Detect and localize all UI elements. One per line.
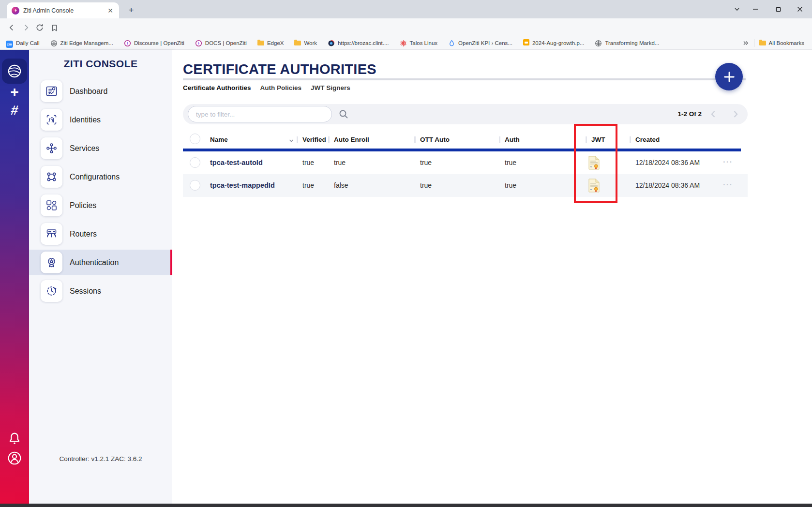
- bookmark-discourse-openziti[interactable]: Discourse | OpenZiti: [124, 40, 184, 47]
- tab-auth-policies[interactable]: Auth Policies: [260, 84, 302, 91]
- tab-close-icon[interactable]: ✕: [106, 6, 114, 15]
- version-footer: Controller: v1.2.1 ZAC: 3.6.2: [29, 455, 172, 462]
- created-value: 12/18/2024 08:36 AM: [635, 181, 700, 189]
- search-icon[interactable]: [338, 108, 349, 120]
- sidebar-item-policies[interactable]: Policies: [29, 193, 172, 218]
- filter-toolbar: 1-2 Of 2: [183, 104, 748, 124]
- back-button[interactable]: [5, 21, 18, 34]
- column-header-name[interactable]: Name: [210, 136, 228, 143]
- identities-icon: [41, 109, 62, 131]
- table-row-tpca-test-autoid[interactable]: tpca-test-autoIdtruetruetruetrue12/18/20…: [183, 151, 748, 174]
- user-account-icon[interactable]: [7, 450, 22, 468]
- sidebar-item-routers[interactable]: Routers: [29, 221, 172, 247]
- column-header-verified[interactable]: Verified: [302, 136, 326, 143]
- pagination-next-icon[interactable]: [730, 108, 741, 120]
- sidebar-item-configurations[interactable]: Configurations: [29, 164, 172, 190]
- table-row-tpca-test-mappedid[interactable]: tpca-test-mappedIdtruefalsetruetrue12/18…: [183, 174, 748, 197]
- window-minimize-button[interactable]: [748, 2, 763, 16]
- authentication-icon: [41, 252, 62, 273]
- column-header-auto-enroll[interactable]: Auto Enroll: [334, 136, 369, 143]
- bookmarks-overflow-chevron-icon[interactable]: [742, 40, 749, 46]
- window-bottom-edge: [0, 504, 812, 507]
- pagination-prev-icon[interactable]: [707, 108, 719, 120]
- rail-add-icon[interactable]: +: [0, 84, 29, 100]
- bookmark-page-icon[interactable]: [47, 21, 61, 34]
- folder-icon: [759, 41, 766, 45]
- globe-icon: [595, 40, 602, 47]
- sidebar-item-authentication[interactable]: Authentication: [29, 250, 172, 275]
- bookmarks-separator: [754, 39, 754, 47]
- tab-certificate-authorities[interactable]: Certificate Authorities: [183, 84, 251, 91]
- jwt-column-highlight: [574, 124, 617, 203]
- new-tab-button[interactable]: +: [125, 4, 137, 16]
- browser-tab-strip: Ziti Admin Console ✕ +: [0, 0, 812, 18]
- talos-icon: [400, 40, 407, 47]
- browser-tab[interactable]: Ziti Admin Console ✕: [7, 2, 119, 18]
- window-close-button[interactable]: [793, 2, 807, 16]
- sidebar-item-services[interactable]: Services: [29, 135, 172, 161]
- app-content: + # ZITI CONSOLE DashboardIdentitiesServ…: [0, 50, 812, 507]
- ca-name[interactable]: tpca-test-autoId: [210, 159, 263, 166]
- column-header-ott-auto[interactable]: OTT Auto: [420, 136, 450, 143]
- row-checkbox[interactable]: [190, 157, 200, 168]
- dashboard-icon: [41, 80, 62, 102]
- reload-button[interactable]: [33, 21, 46, 34]
- bookmark-openziti-kpi-cens[interactable]: OpenZiti KPI › Cens...: [448, 40, 512, 47]
- openziti-icon: [195, 40, 202, 47]
- bookmark-talos-linux[interactable]: Talos Linux: [400, 40, 438, 47]
- auto-enroll-value: true: [334, 159, 346, 166]
- slides-icon: [523, 39, 529, 47]
- bookmark-daily-call[interactable]: zmDaily Call: [6, 39, 40, 48]
- add-certificate-authority-button[interactable]: [715, 63, 743, 90]
- bookmark-2024-aug-growth-p[interactable]: 2024-Aug-growth.p...: [523, 39, 584, 47]
- sidebar: ZITI CONSOLE DashboardIdentitiesServices…: [29, 50, 172, 507]
- main-panel: CERTIFICATE AUTHORITIES Certificate Auth…: [172, 50, 812, 507]
- auto-enroll-value: false: [334, 181, 348, 189]
- configurations-icon: [41, 166, 62, 188]
- bookmark-ziti-edge-managem[interactable]: Ziti Edge Managem...: [50, 40, 113, 47]
- sidebar-item-dashboard[interactable]: Dashboard: [29, 78, 172, 104]
- row-checkbox[interactable]: [190, 180, 200, 191]
- auth-value: true: [505, 159, 516, 166]
- row-actions-ellipsis[interactable]: ...: [723, 178, 733, 188]
- openziti-icon: [124, 40, 131, 47]
- browser-toolbar: https://ctrl.cdaws.clint.demo.openziti.o…: [0, 18, 812, 37]
- ott-auto-value: true: [420, 181, 432, 189]
- folder-icon: [294, 39, 301, 47]
- bookmark-edgex[interactable]: EdgeX: [257, 39, 284, 47]
- forward-button[interactable]: [19, 21, 33, 34]
- created-value: 12/18/2024 08:36 AM: [635, 159, 700, 166]
- ott-auto-value: true: [420, 159, 432, 166]
- ca-name[interactable]: tpca-test-mappedId: [210, 181, 275, 189]
- sessions-icon: [41, 280, 62, 302]
- page-title: CERTIFICATE AUTHORITIES: [183, 61, 376, 77]
- policies-icon: [41, 194, 62, 216]
- window-maximize-button[interactable]: [771, 2, 785, 16]
- bookmark-work[interactable]: Work: [294, 39, 317, 47]
- all-bookmarks-button[interactable]: All Bookmarks: [759, 40, 805, 46]
- zoom-icon: zm: [6, 39, 13, 48]
- notifications-bell-icon[interactable]: [7, 431, 22, 447]
- services-icon: [41, 137, 62, 159]
- select-all-checkbox[interactable]: [190, 134, 200, 144]
- ziti-logo-icon[interactable]: [2, 59, 27, 84]
- brand-title: ZITI CONSOLE: [29, 58, 172, 70]
- sidebar-item-sessions[interactable]: Sessions: [29, 278, 172, 304]
- row-actions-ellipsis[interactable]: ...: [723, 155, 733, 165]
- browser-window: Ziti Admin Console ✕ +: [0, 0, 812, 507]
- bookmark-https-brozac-clint[interactable]: https://brozac.clint....: [328, 40, 389, 47]
- bookmark-docs-openziti[interactable]: DOCS | OpenZiti: [195, 40, 247, 47]
- bookmarks-bar: zmDaily CallZiti Edge Managem...Discours…: [0, 37, 812, 50]
- verified-value: true: [302, 181, 314, 189]
- column-header-created[interactable]: Created: [635, 136, 660, 143]
- sort-chevron-icon[interactable]: [288, 138, 294, 144]
- rail-hash-icon[interactable]: #: [0, 103, 30, 118]
- tab-search-chevron-icon[interactable]: [730, 2, 744, 16]
- filter-input[interactable]: [188, 106, 332, 122]
- app-rail: + #: [0, 50, 29, 507]
- camera-icon: [328, 40, 335, 47]
- tab-jwt-signers[interactable]: JWT Signers: [311, 84, 350, 91]
- sidebar-item-identities[interactable]: Identities: [29, 107, 172, 133]
- column-header-auth[interactable]: Auth: [505, 136, 520, 143]
- bookmark-transforming-markd[interactable]: Transforming Markd...: [595, 40, 659, 47]
